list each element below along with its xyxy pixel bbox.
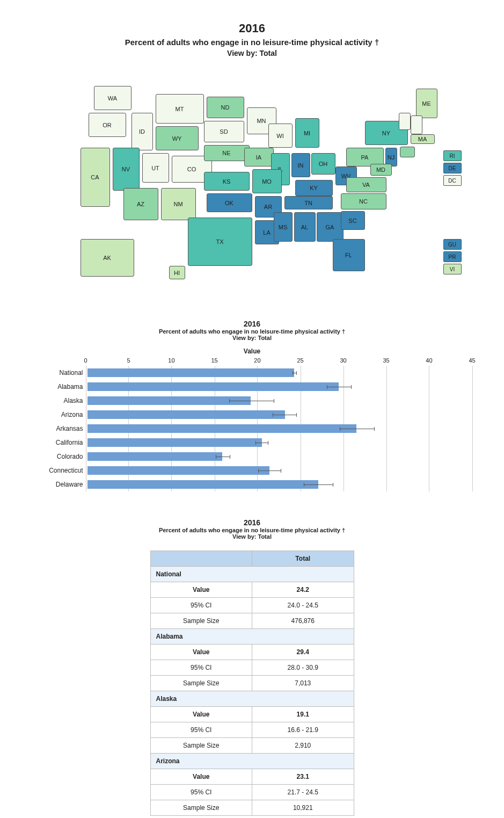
state-DE[interactable]: DE: [443, 163, 462, 173]
bar-fill[interactable]: [87, 410, 285, 419]
bar-chart-rows: NationalAlabamaAlaskaArizonaArkansasCali…: [27, 356, 478, 491]
state-MS[interactable]: MS: [274, 212, 293, 242]
page-year: 2016: [0, 21, 504, 35]
state-NH[interactable]: [411, 115, 422, 134]
state-WA[interactable]: WA: [94, 86, 132, 110]
table-row: Sample Size10,921: [150, 800, 354, 816]
bar-row: Colorado: [27, 450, 478, 464]
bar-chart-subtitle: Percent of adults who engage in no leisu…: [27, 328, 478, 335]
state-VI[interactable]: VI: [443, 264, 462, 274]
table-row: Sample Size7,013: [150, 676, 354, 691]
state-KY[interactable]: KY: [295, 180, 333, 196]
table-metric-label: Value: [150, 645, 252, 660]
state-MT[interactable]: MT: [156, 94, 204, 124]
bar-fill[interactable]: [87, 480, 318, 489]
bar-errorbar: [255, 443, 268, 443]
table-metric-value: 10,921: [252, 800, 354, 816]
bar-row: National: [27, 366, 478, 380]
state-WI[interactable]: WI: [268, 124, 293, 148]
state-VA[interactable]: VA: [346, 177, 386, 192]
bar-chart-title-block: 2016 Percent of adults who engage in no …: [27, 320, 478, 341]
table-metric-label: Sample Size: [150, 613, 252, 629]
table-metric-label: Value: [150, 769, 252, 785]
state-SD[interactable]: SD: [204, 121, 244, 142]
page-subtitle: Percent of adults who engage in no leisu…: [0, 38, 504, 47]
state-MO[interactable]: MO: [252, 169, 282, 193]
state-ND[interactable]: ND: [207, 97, 244, 118]
bar-fill[interactable]: [87, 438, 262, 447]
bar-errorbar: [293, 373, 297, 373]
table-metric-label: Value: [150, 707, 252, 722]
bar-fill[interactable]: [87, 368, 295, 377]
bar-chart-viewby: View by: Total: [27, 335, 478, 341]
state-RI[interactable]: RI: [443, 150, 462, 161]
state-HI[interactable]: HI: [169, 266, 185, 279]
bar-row: Alaska: [27, 394, 478, 408]
table-metric-value: 476,876: [252, 613, 354, 629]
bar-errorbar: [327, 387, 352, 387]
bar-track: [87, 466, 472, 475]
state-IN[interactable]: IN: [291, 153, 310, 177]
table-row: Value24.2: [150, 582, 354, 598]
table-metric-label: 95% CI: [150, 785, 252, 800]
bar-row: Alabama: [27, 380, 478, 394]
bar-fill[interactable]: [87, 382, 339, 391]
state-SC[interactable]: SC: [341, 211, 365, 230]
table-metric-label: 95% CI: [150, 722, 252, 738]
bar-category-label: Arizona: [27, 411, 87, 418]
state-KS[interactable]: KS: [204, 172, 250, 191]
bar-row: Delaware: [27, 477, 478, 491]
state-OH[interactable]: OH: [311, 153, 335, 175]
table-year: 2016: [0, 518, 504, 527]
bar-fill[interactable]: [87, 466, 269, 475]
state-GU[interactable]: GU: [443, 239, 462, 250]
bar-errorbar: [273, 415, 297, 415]
table-metric-value: 29.4: [252, 645, 354, 660]
state-MA[interactable]: MA: [411, 134, 435, 144]
bar-fill[interactable]: [87, 396, 251, 405]
table-metric-value: 16.6 - 21.9: [252, 722, 354, 738]
state-AL[interactable]: AL: [294, 212, 316, 242]
state-IA[interactable]: IA: [244, 148, 274, 167]
table-metric-value: 21.7 - 24.5: [252, 785, 354, 800]
table-group-row: Arizona: [150, 754, 354, 769]
state-TN[interactable]: TN: [284, 196, 333, 209]
state-PR[interactable]: PR: [443, 251, 462, 262]
state-GA[interactable]: GA: [317, 212, 344, 242]
table-metric-label: 95% CI: [150, 660, 252, 676]
state-ME[interactable]: ME: [416, 89, 437, 118]
table-row: Sample Size2,910: [150, 738, 354, 754]
state-DC[interactable]: DC: [443, 175, 462, 186]
state-MI[interactable]: MI: [295, 118, 319, 148]
state-VT[interactable]: [399, 113, 411, 130]
bar-chart: 051015202530354045 NationalAlabamaAlaska…: [27, 356, 478, 491]
state-NM[interactable]: NM: [161, 188, 196, 220]
bar-fill[interactable]: [87, 424, 357, 433]
state-ID[interactable]: ID: [132, 113, 153, 150]
table-row: Sample Size476,876: [150, 613, 354, 629]
state-NV[interactable]: NV: [113, 148, 140, 191]
state-UT[interactable]: UT: [142, 153, 169, 183]
bar-fill[interactable]: [87, 452, 223, 461]
table-group-row: Alaska: [150, 691, 354, 707]
state-AK[interactable]: AK: [81, 239, 134, 277]
state-CA[interactable]: CA: [81, 148, 110, 207]
state-OR[interactable]: OR: [89, 113, 126, 137]
state-NC[interactable]: NC: [341, 193, 386, 209]
bar-category-label: Colorado: [27, 453, 87, 460]
state-OK[interactable]: OK: [207, 193, 252, 212]
bar-track: [87, 382, 472, 392]
state-TX[interactable]: TX: [188, 218, 252, 266]
state-WY[interactable]: WY: [156, 126, 199, 150]
state-NE[interactable]: NE: [204, 145, 250, 161]
bar-chart-xlabel: Value: [27, 348, 478, 355]
state-AZ[interactable]: AZ: [123, 188, 158, 220]
bar-errorbar: [340, 429, 375, 429]
bar-row: Arkansas: [27, 422, 478, 436]
state-CT[interactable]: [400, 147, 415, 157]
bar-errorbar: [216, 457, 230, 457]
state-FL[interactable]: FL: [333, 239, 365, 271]
bar-row: Connecticut: [27, 464, 478, 477]
state-MD[interactable]: MD: [370, 164, 392, 176]
table-group-name: Alabama: [150, 629, 354, 645]
